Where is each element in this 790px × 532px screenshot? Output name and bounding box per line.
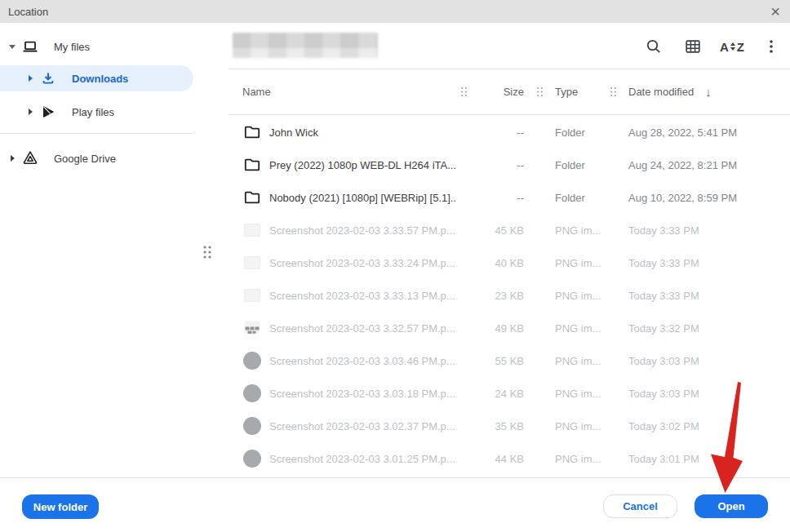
sidebar-item-label: My files bbox=[54, 41, 90, 53]
folder-icon bbox=[243, 156, 261, 174]
file-row-screenshot: Screenshot 2023-02-03 3.03.18 PM.p... 24… bbox=[229, 377, 790, 410]
drive-icon bbox=[20, 149, 41, 167]
sidebar-item-label: Downloads bbox=[72, 73, 128, 85]
image-thumbnail-icon bbox=[243, 352, 261, 370]
column-header-date-modified[interactable]: Date modified ↓ bbox=[628, 69, 712, 114]
footer-divider bbox=[0, 477, 790, 478]
file-size: 35 KB bbox=[455, 420, 524, 432]
new-folder-button[interactable]: New folder bbox=[22, 494, 99, 519]
file-name: Nobody (2021) [1080p] [WEBRip] [5.1]... bbox=[269, 192, 455, 204]
file-row-screenshot: Screenshot 2023-02-03 3.32.57 PM.p... 49… bbox=[229, 312, 790, 344]
sidebar-item-my-files[interactable]: My files bbox=[0, 33, 193, 60]
file-type: Folder bbox=[555, 159, 622, 171]
play-icon bbox=[38, 104, 59, 120]
sort-az-button[interactable]: AZ bbox=[717, 32, 747, 61]
file-date: Today 3:03 PM bbox=[628, 355, 699, 367]
laptop-icon bbox=[20, 38, 41, 55]
file-size: -- bbox=[455, 126, 524, 139]
sidebar-item-google-drive[interactable]: Google Drive bbox=[0, 145, 193, 171]
image-thumbnail-icon bbox=[243, 254, 261, 272]
breadcrumb[interactable] bbox=[233, 33, 378, 58]
chevron-right-icon[interactable] bbox=[23, 75, 38, 82]
sidebar-item-label: Play files bbox=[72, 106, 114, 118]
sidebar-splitter-handle[interactable] bbox=[201, 244, 214, 260]
file-date: Today 3:01 PM bbox=[628, 453, 699, 465]
file-name: Screenshot 2023-02-03 3.33.57 PM.p... bbox=[269, 224, 455, 237]
file-list: John Wick -- Folder Aug 28, 2022, 5:41 P… bbox=[229, 116, 790, 475]
image-thumbnail-icon bbox=[243, 286, 261, 304]
image-thumbnail-icon bbox=[243, 384, 261, 402]
chevron-down-icon[interactable] bbox=[5, 45, 20, 49]
header-divider bbox=[229, 114, 790, 115]
open-button[interactable]: Open bbox=[695, 494, 768, 518]
column-header-name[interactable]: Name bbox=[242, 69, 271, 114]
file-row-screenshot: Screenshot 2023-02-03 3.33.57 PM.p... 45… bbox=[229, 214, 790, 246]
file-size: 44 KB bbox=[455, 453, 524, 465]
chevron-right-icon[interactable] bbox=[23, 109, 38, 115]
file-date: Today 3:02 PM bbox=[628, 420, 699, 432]
title-bar: Location × bbox=[0, 0, 790, 23]
file-name: Prey (2022) 1080p WEB-DL H264 iTA... bbox=[269, 159, 455, 171]
file-row-screenshot: Screenshot 2023-02-03 3.01.25 PM.p... 44… bbox=[229, 442, 790, 475]
file-size: 23 KB bbox=[455, 290, 524, 302]
file-date: Today 3:33 PM bbox=[628, 257, 699, 269]
file-type: PNG im... bbox=[555, 257, 622, 269]
file-type: PNG im... bbox=[555, 322, 622, 335]
column-header-size[interactable]: Size bbox=[473, 69, 524, 114]
file-date: Aug 24, 2022, 8:21 PM bbox=[628, 159, 737, 171]
sidebar-item-label: Google Drive bbox=[54, 153, 116, 165]
close-icon[interactable]: × bbox=[764, 0, 787, 23]
sidebar-divider bbox=[0, 133, 193, 134]
search-icon bbox=[645, 38, 663, 55]
file-size: -- bbox=[455, 159, 524, 171]
dialog-title: Location bbox=[0, 6, 48, 18]
file-type: PNG im... bbox=[555, 453, 622, 465]
folder-icon bbox=[243, 123, 261, 141]
file-date: Today 3:33 PM bbox=[628, 224, 699, 237]
file-type: Folder bbox=[555, 192, 622, 204]
sidebar-item-downloads[interactable]: Downloads bbox=[0, 65, 193, 91]
file-row-prey[interactable]: Prey (2022) 1080p WEB-DL H264 iTA... -- … bbox=[229, 149, 790, 181]
file-type: PNG im... bbox=[555, 388, 622, 400]
folder-icon bbox=[243, 188, 261, 206]
more-vert-icon bbox=[763, 38, 779, 55]
cancel-button[interactable]: Cancel bbox=[603, 494, 677, 518]
chevron-right-icon[interactable] bbox=[5, 155, 20, 162]
file-date: Aug 28, 2022, 5:41 PM bbox=[628, 126, 737, 139]
more-menu-button[interactable] bbox=[757, 32, 786, 61]
search-button[interactable] bbox=[639, 32, 668, 61]
grid-view-button[interactable] bbox=[678, 32, 708, 61]
file-size: -- bbox=[455, 192, 524, 204]
file-type: Folder bbox=[555, 126, 622, 139]
column-resize-handle[interactable] bbox=[536, 69, 544, 114]
column-resize-handle[interactable] bbox=[610, 69, 617, 114]
file-row-screenshot: Screenshot 2023-02-03 3.33.13 PM.p... 23… bbox=[229, 279, 790, 312]
sort-az-icon: AZ bbox=[720, 40, 744, 54]
file-date: Today 3:03 PM bbox=[628, 388, 699, 400]
file-row-screenshot: Screenshot 2023-02-03 3.03.46 PM.p... 55… bbox=[229, 344, 790, 377]
image-thumbnail-icon bbox=[243, 221, 261, 239]
column-resize-handle[interactable] bbox=[460, 69, 468, 114]
file-size: 55 KB bbox=[455, 355, 524, 367]
image-thumbnail-icon bbox=[243, 450, 261, 468]
sidebar-item-play-files[interactable]: Play files bbox=[0, 99, 193, 125]
file-row-screenshot: Screenshot 2023-02-03 3.33.24 PM.p... 40… bbox=[229, 246, 790, 279]
file-size: 45 KB bbox=[455, 224, 524, 237]
file-date: Today 3:32 PM bbox=[628, 322, 699, 335]
table-header: Name Size Type Date modified ↓ bbox=[229, 69, 790, 114]
file-size: 24 KB bbox=[455, 388, 524, 400]
file-row-nobody[interactable]: Nobody (2021) [1080p] [WEBRip] [5.1]... … bbox=[229, 181, 790, 214]
file-name: Screenshot 2023-02-03 3.02.37 PM.p... bbox=[269, 420, 455, 432]
image-thumbnail-icon bbox=[243, 319, 261, 337]
column-header-type[interactable]: Type bbox=[555, 69, 578, 114]
file-name: Screenshot 2023-02-03 3.33.24 PM.p... bbox=[269, 257, 455, 269]
file-date: Today 3:33 PM bbox=[628, 290, 699, 302]
file-name: Screenshot 2023-02-03 3.32.57 PM.p... bbox=[269, 322, 455, 335]
file-type: PNG im... bbox=[555, 290, 622, 302]
file-date: Aug 10, 2022, 8:59 PM bbox=[628, 192, 737, 204]
file-size: 49 KB bbox=[455, 322, 524, 335]
file-name: John Wick bbox=[269, 126, 455, 139]
file-row-john-wick[interactable]: John Wick -- Folder Aug 28, 2022, 5:41 P… bbox=[229, 116, 790, 149]
file-name: Screenshot 2023-02-03 3.03.46 PM.p... bbox=[269, 355, 455, 367]
sort-desc-icon: ↓ bbox=[705, 85, 712, 99]
